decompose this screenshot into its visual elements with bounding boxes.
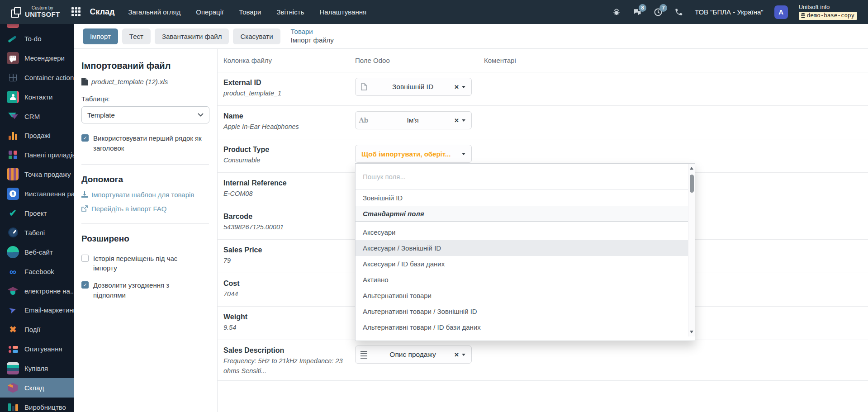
sidebar-item-label: електронне на... [24,287,74,295]
sidebar-item-електронне-на[interactable]: електронне на... [0,281,74,301]
field-mapping-select[interactable]: Зовнішній ID✕ [355,78,472,96]
activities-clock-icon[interactable]: 7 [653,7,663,17]
sidebar-item-проект[interactable]: ✔Проект [0,204,74,223]
database-icon [801,13,805,18]
dropdown-option-аксесуари-зовнішній-id[interactable]: Аксесуари / Зовнішній ID [356,240,688,256]
control-bar: Імпорт Тест Завантажити файл Скасувати Т… [74,24,868,49]
sidebar-item-виставлення-ра[interactable]: $Виставлення ра... [0,184,74,204]
topbar-menu-товари[interactable]: Товари [239,8,261,16]
dropdown-horizontal-scrollbar[interactable] [357,336,686,340]
sidebar-item-facebook[interactable]: ∞Facebook [0,262,74,281]
subfield-match-checkbox[interactable]: ✓ [81,281,89,289]
sidebar-item-контакти[interactable]: Контакти [0,87,74,107]
scrollbar-thumb[interactable] [690,175,694,193]
sidebar-item-склад[interactable]: Склад [0,378,74,398]
sidebar-item-веб-сайт[interactable]: Веб-сайт [0,242,74,262]
dropdown-option-альтернативні-товари[interactable]: Альтернативні товари [356,288,688,303]
subfield-match-option: ✓ Дозволити узгодження з підполями [81,280,209,300]
sidebar-item-label: Контакти [24,93,52,101]
sidebar-item-to-do[interactable]: To-do [0,29,74,48]
clear-field-icon[interactable]: ✕ [454,117,459,124]
import-faq-link[interactable]: Перейдіть в імпорт FAQ [81,205,209,213]
import-options-panel: Імпортований файл product_template (12).… [74,49,218,412]
messages-icon[interactable]: 8 [632,7,642,17]
sidebar-item-label: Веб-сайт [24,248,53,256]
dropdown-vertical-scrollbar[interactable] [688,164,695,336]
dropdown-option-аксесуари[interactable]: Аксесуари [356,224,688,240]
clear-field-icon[interactable]: ✕ [454,84,459,90]
sidebar-item-табелі[interactable]: Табелі [0,223,74,242]
chevron-down-icon[interactable] [462,86,465,88]
column-sample-value: 54398267125.00001 [223,223,351,232]
sidebar-item-виробництво[interactable]: Виробництво [0,398,74,412]
dropdown-option-зовнішній-id[interactable]: Зовнішній ID [356,190,688,206]
sidebar-item-месенджери[interactable]: Месенджери [0,48,74,68]
chevron-down-icon[interactable] [462,354,465,356]
clear-field-icon[interactable]: ✕ [454,351,459,358]
dashboards-icon [7,149,19,161]
dropdown-option-альтернативні-товари-зовнішній-id[interactable]: Альтернативні товари / Зовнішній ID [356,303,688,319]
sidebar-item-панелі-приладів[interactable]: Панелі приладів [0,145,74,165]
messages-badge: 8 [639,4,646,12]
database-badge: demo-base-copy [799,12,857,19]
import-template-link[interactable]: Імпортувати шаблон для товарів [81,191,209,199]
field-mapping-select[interactable]: Щоб імпортувати, оберіт... [355,145,472,163]
field-label: Опис продажу [372,350,453,359]
track-history-checkbox[interactable] [81,255,89,262]
sidebar-item-продажі[interactable]: Продажі [0,126,74,145]
apps-grid-icon[interactable] [71,7,81,17]
scroll-down-icon[interactable] [690,331,693,333]
topbar-menu-налаштування[interactable]: Налаштування [319,8,366,16]
field-search-box [356,164,695,190]
topbar-right: 8 7 ТОВ "БПЛА - Україна" A Unitsoft info… [612,4,868,19]
sidebar-item-container-actions[interactable]: Container actions [0,68,74,87]
dropdown-option-аксесуари-id-бази-даних[interactable]: Аксесуари / ID бази даних [356,256,688,272]
chevron-down-icon[interactable] [462,119,465,122]
imported-file-row: product_template (12).xls [81,78,209,85]
sidebar-item-label: Табелі [24,229,45,237]
track-history-option: Історія переміщень під час імпорту [81,254,209,274]
field-search-input[interactable] [363,173,671,180]
breadcrumb-parent[interactable]: Товари [291,28,334,36]
import-button[interactable]: Імпорт [83,28,118,44]
field-warning-label: Щоб імпортувати, оберіт... [361,150,462,158]
odoo-field-cell: Зовнішній ID✕ [355,72,484,105]
file-column-cell: Product TypeConsumable [218,139,355,172]
sidebar-item-купівля[interactable]: Купівля [0,359,74,378]
company-name[interactable]: ТОВ "БПЛА - Україна" [695,8,764,16]
cancel-button[interactable]: Скасувати [233,28,280,44]
unitsoft-logo[interactable]: Custom by UNITSOFT [10,6,60,18]
field-mapping-select[interactable]: AbІм'я✕ [355,111,472,129]
bug-icon[interactable] [612,7,621,17]
app-name[interactable]: Склад [90,7,114,17]
manufacturing-icon [7,401,19,412]
topbar-menu-операції[interactable]: Операції [196,8,223,16]
scroll-up-icon[interactable] [690,167,693,170]
panel-divider [81,164,209,165]
field-mapping-select[interactable]: Опис продажу✕ [355,346,472,364]
sidebar-item-crm[interactable]: CRM [0,107,74,126]
sidebar-item-label: Склад [24,384,44,392]
sidebar-item-події[interactable]: ✖Події [0,320,74,339]
column-name: Cost [223,279,351,288]
load-file-button[interactable]: Завантажити файл [155,28,229,44]
chevron-down-icon[interactable] [462,153,465,155]
dropdown-option-альтернативні-товари-id-бази-даних[interactable]: Альтернативні товари / ID бази даних [356,319,688,335]
topbar-menu-загальний-огляд[interactable]: Загальний огляд [128,8,181,16]
sidebar-item-точка-продажу[interactable]: Точка продажу [0,165,74,184]
header-odoo-field: Поле Odoo [355,57,484,64]
topbar-menu-звітність[interactable]: Звітність [276,8,304,16]
column-sample-value: 9.54 [223,323,351,333]
avatar[interactable]: A [774,5,788,19]
first-row-header-checkbox[interactable]: ✓ [81,134,89,142]
phone-icon[interactable] [674,7,684,17]
sidebar-item-label: To-do [24,35,42,43]
sidebar-item-опитування[interactable]: Опитування [0,339,74,359]
user-info[interactable]: Unitsoft info demo-base-copy [799,4,863,19]
table-select[interactable]: Template [81,106,209,123]
test-button[interactable]: Тест [122,28,151,44]
file-column-cell: Cost7044 [218,273,355,306]
dropdown-option-активно[interactable]: Активно [356,272,688,288]
database-name: demo-base-copy [807,12,854,19]
sidebar-item-email-маркетинг[interactable]: ➤Email-маркетинг [0,300,74,320]
